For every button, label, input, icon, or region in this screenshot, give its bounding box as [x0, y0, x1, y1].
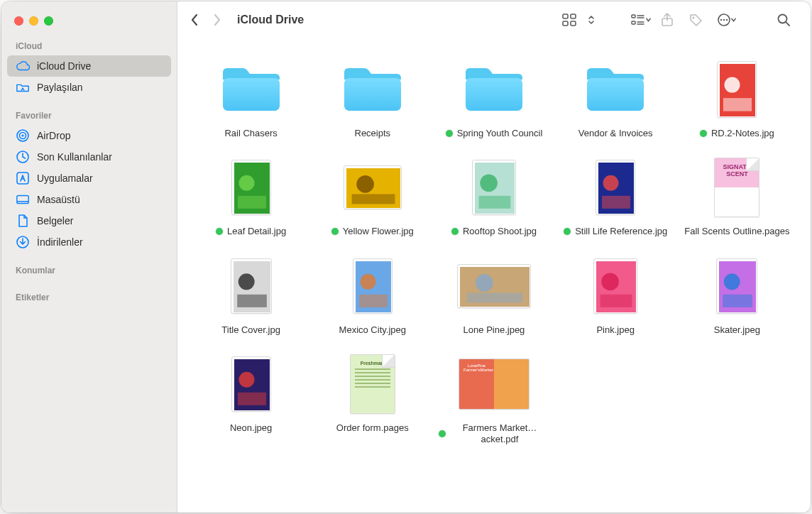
file-label-row: Vendor & Invoices: [573, 128, 659, 139]
tags-button[interactable]: [681, 9, 710, 31]
search-button[interactable]: [769, 9, 798, 31]
download-icon: [16, 235, 30, 249]
file-item[interactable]: Leaf Detail.jpg: [190, 153, 312, 237]
folder-icon: [190, 55, 312, 124]
svg-point-62: [238, 372, 254, 388]
svg-point-23: [723, 19, 725, 21]
sidebar-item-label: Paylaşılan: [37, 82, 83, 93]
svg-rect-42: [479, 196, 511, 209]
svg-line-26: [786, 22, 789, 26]
svg-rect-48: [237, 294, 267, 307]
file-label-row: Order form.pages: [331, 422, 415, 434]
file-label-row: Yellow Flower.jpg: [326, 226, 419, 237]
file-name-label: Farmers Market…acket.pdf: [450, 422, 549, 446]
svg-rect-14: [632, 21, 635, 24]
file-item[interactable]: Vendor & Invoices: [555, 55, 676, 139]
back-button[interactable]: [185, 10, 204, 30]
file-item[interactable]: Receipts: [312, 55, 433, 139]
svg-rect-63: [238, 393, 266, 405]
zoom-window-button[interactable]: [44, 16, 53, 26]
file-name-label: Order form.pages: [336, 422, 409, 434]
file-label-row: Title Cover.jpg: [216, 324, 286, 336]
svg-point-24: [726, 19, 728, 21]
file-item[interactable]: Yellow Flower.jpg: [312, 153, 433, 237]
file-item[interactable]: LonePineFarmer'sMarket Farmers Market…ac…: [433, 350, 554, 446]
file-item[interactable]: Freshmart Order form.pages: [312, 350, 433, 446]
sidebar-item-desktop[interactable]: Masaüstü: [7, 189, 171, 210]
sidebar-item-icloud-drive[interactable]: iCloud Drive: [7, 55, 171, 77]
group-button[interactable]: [625, 9, 653, 31]
file-name-label: Rail Chasers: [224, 128, 277, 139]
sidebar-item-label: Uygulamalar: [37, 173, 93, 184]
svg-rect-10: [571, 14, 576, 18]
file-item[interactable]: SIGNATUSCENT Fall Scents Outline.pages: [676, 153, 798, 237]
forward-button[interactable]: [207, 10, 227, 30]
file-label-row: Receipts: [349, 128, 397, 139]
toolbar: iCloud Drive: [177, 1, 811, 38]
file-name-label: Spring Youth Council: [457, 128, 543, 139]
file-label-row: Lone Pine.jpeg: [458, 324, 531, 336]
file-label-row: RD.2-Notes.jpg: [694, 128, 780, 139]
file-thumbnail: [190, 153, 312, 222]
view-menu-chevron[interactable]: [583, 9, 599, 31]
file-name-label: Still Life Reference.jpg: [575, 226, 667, 237]
share-button[interactable]: [653, 9, 681, 31]
view-switcher[interactable]: [555, 9, 599, 31]
sidebar-item-shared[interactable]: Paylaşılan: [7, 77, 171, 98]
file-name-label: Rooftop Shoot.jpg: [463, 226, 537, 237]
file-name-label: Fall Scents Outline.pages: [684, 226, 789, 237]
file-thumbnail: [190, 350, 312, 418]
file-thumbnail: LonePineFarmer'sMarket: [433, 350, 554, 418]
sidebar-body: iCloudiCloud DrivePaylaşılanFavorilerAir…: [1, 38, 177, 317]
content-area[interactable]: Rail Chasers Receipts Spring Youth Counc…: [177, 38, 811, 513]
sidebar-item-downloads[interactable]: İndirilenler: [7, 231, 171, 253]
file-thumbnail: [312, 252, 433, 320]
sidebar-item-recents[interactable]: Son Kullanılanlar: [7, 146, 171, 168]
file-item[interactable]: Rail Chasers: [190, 55, 312, 139]
svg-rect-5: [17, 173, 28, 184]
file-item[interactable]: Rooftop Shoot.jpg: [433, 153, 554, 237]
file-item[interactable]: Spring Youth Council: [433, 55, 554, 139]
svg-point-35: [238, 175, 254, 191]
sidebar-item-label: AirDrop: [37, 130, 70, 141]
file-thumbnail: [555, 252, 676, 320]
svg-rect-51: [359, 294, 388, 307]
file-item[interactable]: Mexico City.jpeg: [312, 252, 433, 336]
file-item[interactable]: Title Cover.jpg: [190, 252, 312, 336]
file-thumbnail: [433, 252, 554, 320]
svg-rect-28: [344, 78, 401, 111]
file-item[interactable]: Pink.jpeg: [555, 252, 676, 336]
sidebar-item-documents[interactable]: Belgeler: [7, 210, 171, 231]
sidebar-item-label: iCloud Drive: [37, 60, 91, 72]
folder-icon: [312, 55, 433, 124]
file-name-label: Title Cover.jpg: [221, 324, 280, 336]
file-label-row: Mexico City.jpeg: [334, 324, 412, 336]
file-item[interactable]: Skater.jpeg: [676, 252, 798, 336]
svg-rect-29: [466, 78, 522, 111]
more-button[interactable]: [710, 9, 738, 31]
sidebar-item-airdrop[interactable]: AirDrop: [7, 125, 171, 146]
file-name-label: RD.2-Notes.jpg: [711, 128, 774, 139]
minimize-window-button[interactable]: [29, 16, 38, 26]
shared-folder-icon: [16, 80, 30, 94]
file-thumbnail: [433, 153, 554, 222]
icon-view-button[interactable]: [555, 9, 583, 31]
file-label-row: Farmers Market…acket.pdf: [433, 422, 554, 446]
file-item[interactable]: RD.2-Notes.jpg: [676, 55, 798, 139]
file-label-row: Neon.jpeg: [224, 422, 278, 434]
file-item[interactable]: Still Life Reference.jpg: [555, 153, 676, 237]
folder-icon: [433, 55, 554, 124]
file-name-label: Yellow Flower.jpg: [343, 226, 414, 237]
file-name-label: Leaf Detail.jpg: [227, 226, 286, 237]
sidebar-item-applications[interactable]: Uygulamalar: [7, 168, 171, 189]
svg-rect-11: [563, 21, 568, 26]
svg-point-44: [603, 175, 619, 191]
file-label-row: Rail Chasers: [219, 128, 282, 139]
file-item[interactable]: Neon.jpeg: [190, 350, 312, 446]
svg-rect-9: [563, 14, 568, 18]
file-item[interactable]: Lone Pine.jpeg: [433, 252, 554, 336]
svg-point-3: [21, 134, 23, 136]
file-name-label: Neon.jpeg: [230, 422, 272, 434]
close-window-button[interactable]: [14, 16, 23, 26]
svg-point-50: [360, 273, 375, 289]
